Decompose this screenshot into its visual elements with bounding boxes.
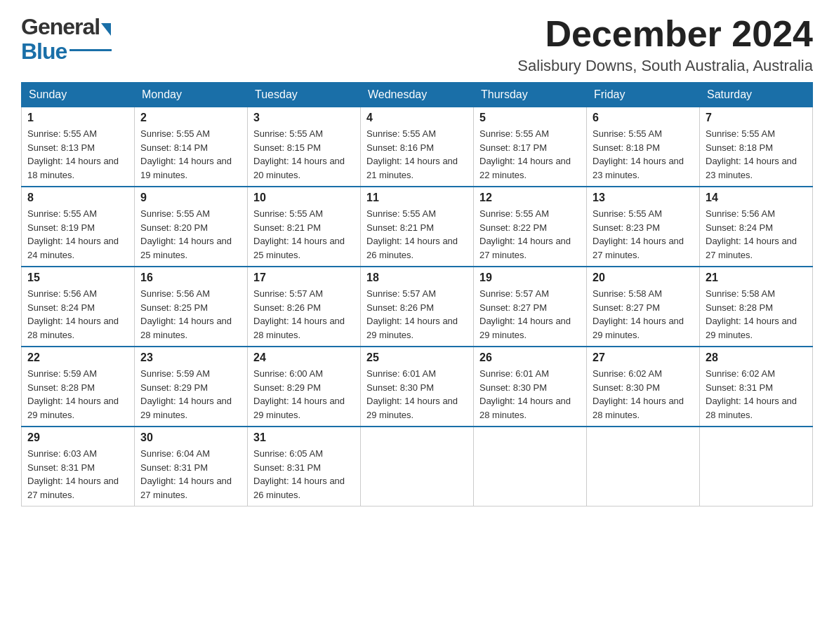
day-info: Sunrise: 5:55 AMSunset: 8:23 PMDaylight:… <box>593 207 694 262</box>
calendar-day-4: 4 Sunrise: 5:55 AMSunset: 8:16 PMDayligh… <box>361 107 474 187</box>
day-info: Sunrise: 5:57 AMSunset: 8:27 PMDaylight:… <box>479 287 581 342</box>
calendar-day-14: 14 Sunrise: 5:56 AMSunset: 8:24 PMDaylig… <box>700 187 813 267</box>
calendar-header-thursday: Thursday <box>474 83 587 107</box>
day-number: 17 <box>253 271 355 284</box>
day-number: 20 <box>593 271 694 284</box>
location-title: Salisbury Downs, South Australia, Austra… <box>517 57 813 75</box>
day-number: 14 <box>706 192 807 204</box>
calendar-header-wednesday: Wednesday <box>361 83 474 107</box>
day-number: 13 <box>593 192 694 204</box>
calendar-header-tuesday: Tuesday <box>248 83 361 107</box>
calendar-week-row-4: 22 Sunrise: 5:59 AMSunset: 8:28 PMDaylig… <box>22 347 813 427</box>
day-number: 19 <box>479 271 581 284</box>
day-info: Sunrise: 5:55 AMSunset: 8:21 PMDaylight:… <box>366 207 468 262</box>
calendar-day-11: 11 Sunrise: 5:55 AMSunset: 8:21 PMDaylig… <box>361 187 474 267</box>
calendar-day-25: 25 Sunrise: 6:01 AMSunset: 8:30 PMDaylig… <box>361 347 474 427</box>
page: General Blue December 2024 Salisbury Dow… <box>0 0 834 521</box>
day-info: Sunrise: 5:58 AMSunset: 8:28 PMDaylight:… <box>706 287 807 342</box>
day-number: 18 <box>366 271 468 284</box>
day-info: Sunrise: 5:55 AMSunset: 8:14 PMDaylight:… <box>140 127 241 182</box>
day-info: Sunrise: 5:56 AMSunset: 8:24 PMDaylight:… <box>706 207 807 262</box>
day-info: Sunrise: 6:02 AMSunset: 8:31 PMDaylight:… <box>706 367 807 422</box>
day-number: 3 <box>253 112 355 124</box>
calendar-day-5: 5 Sunrise: 5:55 AMSunset: 8:17 PMDayligh… <box>474 107 587 187</box>
calendar-day-2: 2 Sunrise: 5:55 AMSunset: 8:14 PMDayligh… <box>135 107 248 187</box>
calendar-header-saturday: Saturday <box>700 83 813 107</box>
calendar-header-sunday: Sunday <box>22 83 135 107</box>
day-info: Sunrise: 5:55 AMSunset: 8:21 PMDaylight:… <box>253 207 355 262</box>
day-number: 7 <box>706 112 807 124</box>
day-info: Sunrise: 6:01 AMSunset: 8:30 PMDaylight:… <box>479 367 581 422</box>
day-info: Sunrise: 5:55 AMSunset: 8:15 PMDaylight:… <box>253 127 355 182</box>
calendar-empty-cell <box>361 427 474 507</box>
day-number: 12 <box>479 192 581 204</box>
day-info: Sunrise: 5:58 AMSunset: 8:27 PMDaylight:… <box>593 287 694 342</box>
day-number: 27 <box>593 351 694 364</box>
calendar-day-8: 8 Sunrise: 5:55 AMSunset: 8:19 PMDayligh… <box>22 187 135 267</box>
calendar-day-3: 3 Sunrise: 5:55 AMSunset: 8:15 PMDayligh… <box>248 107 361 187</box>
calendar-week-row-2: 8 Sunrise: 5:55 AMSunset: 8:19 PMDayligh… <box>22 187 813 267</box>
calendar-day-22: 22 Sunrise: 5:59 AMSunset: 8:28 PMDaylig… <box>22 347 135 427</box>
calendar-empty-cell <box>700 427 813 507</box>
calendar-day-6: 6 Sunrise: 5:55 AMSunset: 8:18 PMDayligh… <box>587 107 700 187</box>
day-number: 30 <box>140 431 241 444</box>
day-info: Sunrise: 5:55 AMSunset: 8:20 PMDaylight:… <box>140 207 241 262</box>
day-number: 10 <box>253 192 355 204</box>
day-info: Sunrise: 6:00 AMSunset: 8:29 PMDaylight:… <box>253 367 355 422</box>
calendar-day-30: 30 Sunrise: 6:04 AMSunset: 8:31 PMDaylig… <box>135 427 248 507</box>
day-info: Sunrise: 5:55 AMSunset: 8:18 PMDaylight:… <box>593 127 694 182</box>
logo: General Blue <box>21 14 112 65</box>
calendar-header-row: SundayMondayTuesdayWednesdayThursdayFrid… <box>22 83 813 107</box>
day-info: Sunrise: 6:02 AMSunset: 8:30 PMDaylight:… <box>593 367 694 422</box>
calendar-day-28: 28 Sunrise: 6:02 AMSunset: 8:31 PMDaylig… <box>700 347 813 427</box>
calendar-week-row-3: 15 Sunrise: 5:56 AMSunset: 8:24 PMDaylig… <box>22 267 813 347</box>
day-number: 4 <box>366 112 468 124</box>
day-number: 15 <box>27 271 128 284</box>
month-title: December 2024 <box>517 14 813 54</box>
logo-triangle-icon <box>101 23 111 36</box>
day-number: 6 <box>593 112 694 124</box>
day-number: 22 <box>27 351 128 364</box>
day-number: 8 <box>27 192 128 204</box>
day-info: Sunrise: 5:59 AMSunset: 8:28 PMDaylight:… <box>27 367 128 422</box>
calendar-header-friday: Friday <box>587 83 700 107</box>
title-area: December 2024 Salisbury Downs, South Aus… <box>517 14 813 75</box>
calendar-day-23: 23 Sunrise: 5:59 AMSunset: 8:29 PMDaylig… <box>135 347 248 427</box>
day-info: Sunrise: 6:05 AMSunset: 8:31 PMDaylight:… <box>253 447 355 502</box>
day-number: 11 <box>366 192 468 204</box>
day-info: Sunrise: 5:56 AMSunset: 8:24 PMDaylight:… <box>27 287 128 342</box>
calendar-day-13: 13 Sunrise: 5:55 AMSunset: 8:23 PMDaylig… <box>587 187 700 267</box>
logo-general-text: General <box>21 14 100 40</box>
calendar-week-row-1: 1 Sunrise: 5:55 AMSunset: 8:13 PMDayligh… <box>22 107 813 187</box>
day-number: 9 <box>140 192 241 204</box>
day-number: 23 <box>140 351 241 364</box>
calendar-empty-cell <box>474 427 587 507</box>
day-number: 1 <box>27 112 128 124</box>
day-number: 24 <box>253 351 355 364</box>
day-number: 5 <box>479 112 581 124</box>
day-info: Sunrise: 5:57 AMSunset: 8:26 PMDaylight:… <box>366 287 468 342</box>
day-info: Sunrise: 5:57 AMSunset: 8:26 PMDaylight:… <box>253 287 355 342</box>
calendar-day-17: 17 Sunrise: 5:57 AMSunset: 8:26 PMDaylig… <box>248 267 361 347</box>
calendar-empty-cell <box>587 427 700 507</box>
calendar-day-29: 29 Sunrise: 6:03 AMSunset: 8:31 PMDaylig… <box>22 427 135 507</box>
calendar-day-31: 31 Sunrise: 6:05 AMSunset: 8:31 PMDaylig… <box>248 427 361 507</box>
day-number: 31 <box>253 431 355 444</box>
day-number: 29 <box>27 431 128 444</box>
calendar-table: SundayMondayTuesdayWednesdayThursdayFrid… <box>21 82 813 507</box>
calendar-day-26: 26 Sunrise: 6:01 AMSunset: 8:30 PMDaylig… <box>474 347 587 427</box>
calendar-day-12: 12 Sunrise: 5:55 AMSunset: 8:22 PMDaylig… <box>474 187 587 267</box>
calendar-day-20: 20 Sunrise: 5:58 AMSunset: 8:27 PMDaylig… <box>587 267 700 347</box>
day-number: 25 <box>366 351 468 364</box>
day-number: 28 <box>706 351 807 364</box>
day-number: 21 <box>706 271 807 284</box>
day-info: Sunrise: 5:55 AMSunset: 8:13 PMDaylight:… <box>27 127 128 182</box>
calendar-week-row-5: 29 Sunrise: 6:03 AMSunset: 8:31 PMDaylig… <box>22 427 813 507</box>
calendar-day-10: 10 Sunrise: 5:55 AMSunset: 8:21 PMDaylig… <box>248 187 361 267</box>
day-info: Sunrise: 5:55 AMSunset: 8:18 PMDaylight:… <box>706 127 807 182</box>
calendar-day-16: 16 Sunrise: 5:56 AMSunset: 8:25 PMDaylig… <box>135 267 248 347</box>
day-info: Sunrise: 5:59 AMSunset: 8:29 PMDaylight:… <box>140 367 241 422</box>
calendar-day-24: 24 Sunrise: 6:00 AMSunset: 8:29 PMDaylig… <box>248 347 361 427</box>
calendar-day-1: 1 Sunrise: 5:55 AMSunset: 8:13 PMDayligh… <box>22 107 135 187</box>
day-info: Sunrise: 5:55 AMSunset: 8:19 PMDaylight:… <box>27 207 128 262</box>
